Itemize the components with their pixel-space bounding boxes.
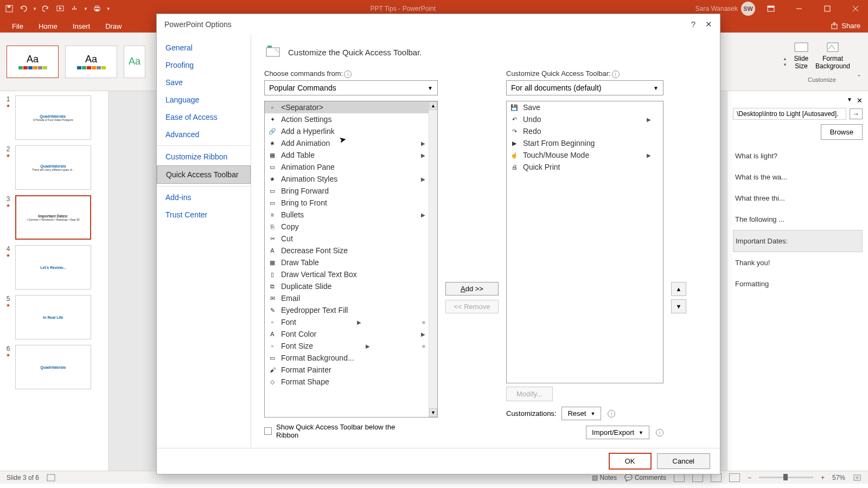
qat-item[interactable]: ▶Start From Beginning bbox=[507, 137, 654, 149]
command-item[interactable]: ▦Add Table▶ bbox=[265, 149, 429, 161]
slide-thumb-1[interactable]: Quadrilaterals:A Parade of Four-Sided Po… bbox=[15, 95, 91, 140]
add-button[interactable]: Add >> bbox=[445, 282, 499, 296]
minimize-icon[interactable] bbox=[787, 0, 812, 17]
variants-dropdown-icon[interactable]: ▲▼ bbox=[783, 56, 787, 67]
sidebar-item-quick-access-toolbar[interactable]: Quick Access Toolbar bbox=[157, 165, 251, 184]
outline-item[interactable]: Formatting bbox=[733, 273, 863, 294]
collapse-ribbon-icon[interactable]: ⌃ bbox=[857, 74, 861, 81]
show-below-checkbox[interactable] bbox=[264, 427, 272, 435]
sidebar-item-proofing[interactable]: Proofing bbox=[157, 56, 251, 74]
command-item[interactable]: 🖌Format Painter bbox=[265, 364, 429, 376]
move-down-button[interactable]: ▼ bbox=[671, 299, 686, 313]
command-item[interactable]: ✉Email bbox=[265, 292, 429, 304]
path-select[interactable]: \Desktop\Intro to Light [Autosaved]. bbox=[733, 108, 846, 120]
start-from-beginning-icon[interactable] bbox=[55, 4, 65, 14]
info-icon[interactable]: i bbox=[344, 70, 352, 78]
outline-item[interactable]: What is the wa... bbox=[733, 166, 863, 188]
qat-item[interactable]: ↷Redo bbox=[507, 125, 654, 137]
sidebar-item-trust-center[interactable]: Trust Center bbox=[157, 206, 251, 223]
quick-print-icon[interactable] bbox=[92, 4, 102, 14]
command-item[interactable]: ▭Animation Pane bbox=[265, 161, 429, 173]
user-avatar[interactable]: SW bbox=[741, 2, 755, 16]
slide-thumb-4[interactable]: Let's Review... bbox=[15, 245, 91, 290]
sidebar-item-save[interactable]: Save bbox=[157, 74, 251, 91]
comments-button[interactable]: 💬Comments bbox=[624, 474, 666, 481]
close-icon[interactable] bbox=[843, 0, 868, 17]
zoom-in-icon[interactable]: + bbox=[821, 474, 825, 481]
tab-file[interactable]: File bbox=[4, 20, 31, 33]
slide-counter[interactable]: Slide 3 of 6 bbox=[7, 474, 39, 481]
slide-thumb-6[interactable]: Quadrilaterals bbox=[15, 345, 91, 389]
redo-icon[interactable] bbox=[41, 4, 51, 14]
theme-2[interactable]: Aa bbox=[65, 46, 117, 78]
command-item[interactable]: ✦Action Settings bbox=[265, 113, 429, 125]
undo-icon[interactable] bbox=[18, 4, 28, 14]
command-item[interactable]: ✎Eyedropper Text Fill bbox=[265, 304, 429, 316]
zoom-slider[interactable] bbox=[759, 477, 813, 478]
slide-thumb-3[interactable]: Important Dates:• Quizzes • Homework • R… bbox=[15, 195, 91, 240]
command-item[interactable]: ★Add Animation▶ bbox=[265, 137, 429, 149]
command-item[interactable]: ≡Bullets▶ bbox=[265, 209, 429, 221]
sidebar-item-add-ins[interactable]: Add-ins bbox=[157, 186, 251, 206]
theme-1[interactable]: Aa bbox=[7, 46, 59, 78]
scrollbar[interactable]: ▲▼ bbox=[429, 101, 437, 417]
info-icon[interactable]: i bbox=[612, 70, 620, 78]
command-item[interactable]: ▭Format Background... bbox=[265, 352, 429, 364]
fit-window-icon[interactable] bbox=[853, 474, 861, 481]
undo-dropdown-icon[interactable]: ▼ bbox=[33, 7, 37, 11]
touch-dropdown-icon[interactable]: ▼ bbox=[84, 7, 88, 11]
go-icon[interactable]: → bbox=[850, 108, 863, 119]
qat-item[interactable]: ↶Undo▶ bbox=[507, 113, 654, 125]
slide-thumb-2[interactable]: QuadrilateralsThere are many different t… bbox=[15, 145, 91, 190]
outline-item[interactable]: What three thi... bbox=[733, 188, 863, 209]
sidebar-item-advanced[interactable]: Advanced bbox=[157, 126, 251, 143]
scroll-up-icon[interactable]: ▲ bbox=[429, 101, 437, 110]
slide-size-button[interactable]: Slide Size bbox=[794, 41, 809, 70]
remove-button[interactable]: << Remove bbox=[445, 300, 499, 313]
tab-insert[interactable]: Insert bbox=[65, 20, 98, 33]
tab-draw[interactable]: Draw bbox=[98, 20, 129, 33]
command-item[interactable]: ▯Draw Vertical Text Box bbox=[265, 268, 429, 280]
info-icon[interactable]: i bbox=[608, 410, 615, 418]
qat-item[interactable]: 💾Save bbox=[507, 101, 654, 113]
qat-customize-dropdown-icon[interactable]: ▼ bbox=[106, 7, 111, 11]
touch-mode-icon[interactable] bbox=[69, 4, 79, 14]
panel-close-icon[interactable]: ✕ bbox=[857, 97, 863, 105]
command-item[interactable]: ▫Font▶⎆ bbox=[265, 316, 429, 328]
maximize-icon[interactable] bbox=[815, 0, 840, 17]
command-item[interactable]: ▭Bring Forward bbox=[265, 185, 429, 197]
command-item[interactable]: 🔗Add a Hyperlink bbox=[265, 125, 429, 137]
dialog-help-icon[interactable]: ? bbox=[691, 20, 695, 29]
sidebar-item-language[interactable]: Language bbox=[157, 91, 251, 108]
command-item[interactable]: ▦Draw Table bbox=[265, 256, 429, 268]
panel-dropdown-icon[interactable]: ▼ bbox=[847, 97, 852, 105]
command-item[interactable]: ⧉Duplicate Slide bbox=[265, 280, 429, 292]
info-icon[interactable]: i bbox=[656, 429, 663, 436]
outline-item[interactable]: What is light? bbox=[733, 145, 863, 166]
cancel-button[interactable]: Cancel bbox=[657, 453, 710, 469]
sidebar-item-customize-ribbon[interactable]: Customize Ribbon bbox=[157, 145, 251, 165]
sidebar-item-ease-of-access[interactable]: Ease of Access bbox=[157, 108, 251, 126]
zoom-out-icon[interactable]: − bbox=[748, 474, 751, 481]
ribbon-display-options-icon[interactable] bbox=[758, 0, 783, 17]
command-item[interactable]: ✂Cut bbox=[265, 233, 429, 245]
outline-item[interactable]: The following ... bbox=[733, 209, 863, 230]
slideshow-view-icon[interactable] bbox=[729, 473, 740, 482]
command-item[interactable]: ADecrease Font Size bbox=[265, 245, 429, 256]
outline-item[interactable]: Thank you! bbox=[733, 252, 863, 273]
command-item[interactable]: ⎘Copy bbox=[265, 221, 429, 233]
command-item[interactable]: ▫<Separator> bbox=[265, 101, 429, 113]
format-background-button[interactable]: Format Background bbox=[815, 41, 850, 70]
zoom-level[interactable]: 57% bbox=[832, 474, 845, 481]
share-button[interactable]: Share bbox=[823, 19, 868, 33]
qat-item[interactable]: ☝Touch/Mouse Mode▶ bbox=[507, 149, 654, 161]
current-qat-listbox[interactable]: 💾Save↶Undo▶↷Redo▶Start From Beginning☝To… bbox=[506, 101, 663, 383]
ok-button[interactable]: OK bbox=[609, 453, 652, 470]
qat-item[interactable]: 🖨Quick Print bbox=[507, 161, 654, 173]
command-item[interactable]: ◇Format Shape bbox=[265, 376, 429, 388]
command-item[interactable]: ★Animation Styles▶ bbox=[265, 173, 429, 185]
customize-scope-dropdown[interactable]: For all documents (default) ▼ bbox=[506, 80, 663, 95]
import-export-dropdown[interactable]: Import/Export▼ bbox=[586, 426, 649, 439]
command-item[interactable]: ▫Font Size▶⎆ bbox=[265, 340, 429, 352]
scroll-down-icon[interactable]: ▼ bbox=[429, 408, 437, 417]
